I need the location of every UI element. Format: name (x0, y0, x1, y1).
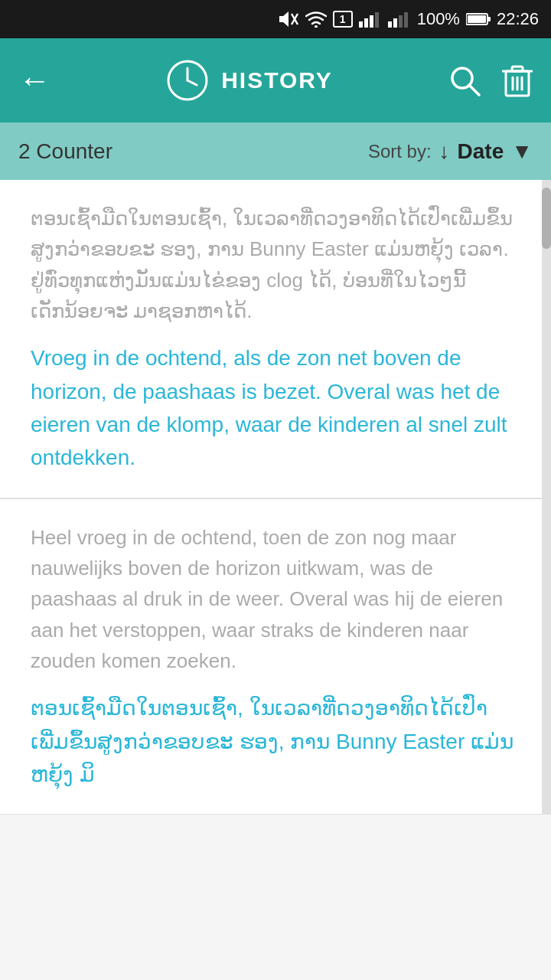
svg-rect-9 (393, 18, 397, 28)
status-bar: 1 100% 22:26 (0, 0, 551, 38)
history-clock-icon (166, 59, 209, 102)
history-item-translated-text: ຕອນເຊົ້າມືດໃນຕອນເຊົ້າ, ໃນເວລາທີ່ດວງອາທິດ… (31, 691, 520, 791)
app-bar-center: HISTORY (166, 59, 333, 102)
delete-button[interactable] (502, 64, 533, 97)
app-bar-title: HISTORY (221, 67, 333, 93)
search-button[interactable] (448, 64, 481, 96)
history-item-source-text: ຕອນເຊົ້າມືດໃນຕອນເຊົ້າ, ໃນເວລາທີ່ດວງອາທິດ… (31, 203, 520, 326)
dropdown-chevron-icon[interactable]: ▼ (511, 139, 533, 164)
svg-line-19 (469, 85, 479, 95)
status-icons: 1 100% 22:26 (278, 9, 539, 29)
sort-by-label: Sort by: (368, 141, 432, 162)
back-button[interactable]: ← (18, 62, 51, 99)
svg-line-17 (187, 80, 197, 85)
svg-rect-11 (404, 12, 408, 28)
svg-rect-6 (370, 15, 373, 28)
svg-rect-4 (359, 21, 363, 28)
history-item-source-text: Heel vroeg in de ochtend, toen de zon no… (31, 522, 520, 676)
content-wrapper: ຕອນເຊົ້າມືດໃນຕອນເຊົ້າ, ໃນເວລາທີ່ດວງອາທິດ… (0, 180, 551, 815)
list-item[interactable]: Heel vroeg in de ochtend, toen de zon no… (0, 499, 551, 815)
battery-text: 100% (417, 9, 460, 29)
sort-area[interactable]: Sort by: ↓ Date ▼ (368, 139, 533, 164)
sort-direction-icon: ↓ (439, 139, 450, 164)
sim-badge: 1 (333, 11, 353, 28)
scrollbar[interactable] (542, 180, 551, 815)
svg-rect-13 (487, 17, 491, 21)
counter-label: 2 Counter (18, 139, 112, 164)
svg-marker-0 (279, 11, 289, 27)
wifi-icon (305, 11, 327, 28)
sort-value-label: Date (458, 139, 504, 164)
filter-bar: 2 Counter Sort by: ↓ Date ▼ (0, 122, 551, 180)
svg-rect-14 (468, 15, 486, 23)
svg-point-3 (315, 25, 318, 28)
signal-icon (359, 11, 382, 28)
list-item[interactable]: ຕອນເຊົ້າມືດໃນຕອນເຊົ້າ, ໃນເວລາທີ່ດວງອາທິດ… (0, 180, 551, 498)
mute-icon (278, 11, 299, 28)
signal2-icon (388, 11, 411, 28)
svg-rect-10 (399, 15, 403, 28)
history-item-translated-text: Vroeg in de ochtend, als de zon net bove… (31, 341, 520, 475)
svg-rect-5 (364, 18, 368, 28)
svg-rect-22 (512, 67, 523, 71)
battery-icon (466, 12, 491, 26)
svg-rect-7 (375, 12, 379, 28)
history-list: ຕອນເຊົ້າມືດໃນຕອນເຊົ້າ, ໃນເວລາທີ່ດວງອາທິດ… (0, 180, 551, 815)
time-display: 22:26 (497, 9, 539, 29)
svg-rect-8 (388, 21, 392, 28)
scrollbar-thumb[interactable] (542, 188, 551, 249)
app-bar: ← HISTORY (0, 38, 551, 122)
